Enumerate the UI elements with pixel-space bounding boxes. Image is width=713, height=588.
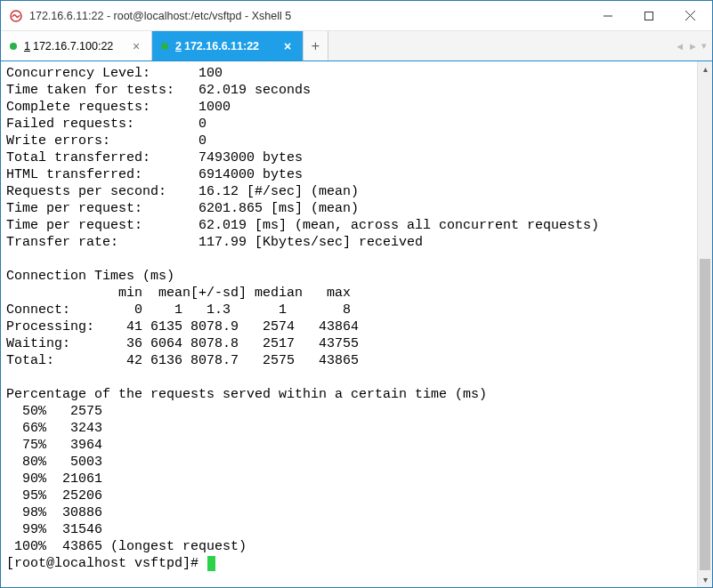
svg-rect-2 — [645, 12, 653, 20]
close-button[interactable] — [669, 3, 710, 29]
status-dot-icon — [161, 43, 168, 50]
scroll-up-icon[interactable]: ▴ — [698, 61, 712, 77]
prompt-line[interactable]: [root@localhost vsftpd]# — [6, 555, 692, 572]
tab-close-icon[interactable]: × — [130, 39, 142, 53]
window-title: 172.16.6.11:22 - root@localhost:/etc/vsf… — [29, 10, 587, 22]
tab-number: 2 — [175, 40, 182, 52]
tab-number: 1 — [24, 40, 30, 52]
prompt-text: [root@localhost vsftpd]# — [6, 555, 207, 572]
tab-close-icon[interactable]: × — [281, 39, 294, 53]
scrollbar[interactable]: ▴ ▾ — [697, 61, 712, 587]
tab-label: 172.16.7.100:22 — [33, 40, 121, 52]
tab-session-1[interactable]: 1 172.16.7.100:22 × — [1, 31, 152, 60]
tab-session-2[interactable]: 2 172.16.6.11:22 × — [152, 31, 304, 60]
terminal[interactable]: Concurrency Level: 100 Time taken for te… — [1, 61, 697, 587]
tab-bar: 1 172.16.7.100:22 × 2 172.16.6.11:22 × +… — [1, 31, 712, 61]
tab-menu-icon[interactable]: ▾ — [701, 40, 707, 52]
status-dot-icon — [10, 43, 17, 50]
tab-prev-icon[interactable]: ◄ — [675, 41, 685, 52]
tab-nav: ◄ ► ▾ — [675, 31, 712, 60]
app-icon — [8, 8, 24, 24]
window-titlebar: 172.16.6.11:22 - root@localhost:/etc/vsf… — [1, 1, 712, 31]
scroll-thumb[interactable] — [700, 259, 710, 570]
terminal-wrap: Concurrency Level: 100 Time taken for te… — [1, 61, 712, 587]
minimize-button[interactable] — [587, 3, 628, 29]
tab-add-button[interactable]: + — [304, 31, 328, 60]
scroll-down-icon[interactable]: ▾ — [698, 572, 712, 587]
tab-next-icon[interactable]: ► — [688, 41, 698, 52]
maximize-button[interactable] — [628, 3, 669, 29]
window-controls — [587, 3, 710, 29]
cursor — [207, 556, 215, 571]
terminal-output: Concurrency Level: 100 Time taken for te… — [6, 65, 692, 555]
tab-label: 172.16.6.11:22 — [184, 40, 272, 52]
